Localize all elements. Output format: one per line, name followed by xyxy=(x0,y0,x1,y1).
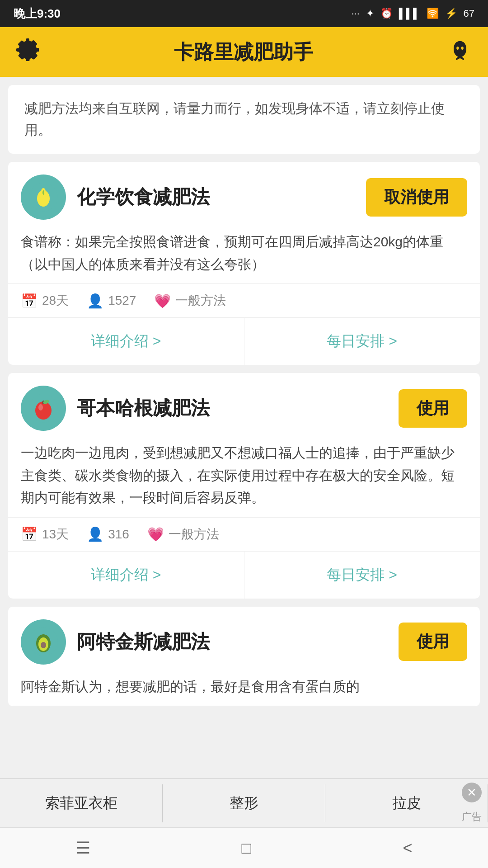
schedule-btn-chemistry[interactable]: 每日安排 > xyxy=(244,318,480,365)
status-icons: ··· ✦ ⏰ ▌▌▌ 🛜 ⚡ 67 xyxy=(351,8,474,19)
heart-icon-2: 💗 xyxy=(147,526,164,542)
calendar-icon-2: 📅 xyxy=(21,526,38,542)
wifi-icon: 🛜 xyxy=(427,8,439,19)
ad-tab-surgery[interactable]: 整形 xyxy=(163,784,325,822)
meta-users-copenhagen: 👤 316 xyxy=(87,526,129,542)
ad-tab-sofa[interactable]: 索菲亚衣柜 xyxy=(0,784,163,822)
btn-use-atkins[interactable]: 使用 xyxy=(399,623,467,661)
settings-icon[interactable] xyxy=(16,38,39,66)
bluetooth-icon: ✦ xyxy=(366,8,374,19)
diet-icon-atkins xyxy=(21,619,66,665)
svg-point-9 xyxy=(38,404,43,410)
diet-card-copenhagen: 哥本哈根减肥法 使用 一边吃肉一边甩肉，受到想减肥又不想减口福人士的追捧，由于严… xyxy=(8,373,480,599)
diet-actions-chemistry: 详细介绍 > 每日安排 > xyxy=(8,318,480,365)
nav-home-button[interactable]: □ xyxy=(224,834,270,862)
detail-btn-copenhagen[interactable]: 详细介绍 > xyxy=(8,552,244,599)
signal-icon: ▌▌▌ xyxy=(399,8,420,19)
users-icon: 👤 xyxy=(87,293,103,309)
diet-name-copenhagen: 哥本哈根减肥法 xyxy=(77,396,388,421)
status-bar: 晚上9:30 ··· ✦ ⏰ ▌▌▌ 🛜 ⚡ 67 xyxy=(0,0,488,27)
heart-icon: 💗 xyxy=(154,293,171,309)
diet-meta-copenhagen: 📅 13天 👤 316 💗 一般方法 xyxy=(8,518,480,552)
diet-name-chemistry: 化学饮食减肥法 xyxy=(77,184,355,210)
diet-desc-copenhagen: 一边吃肉一边甩肉，受到想减肥又不想减口福人士的追捧，由于严重缺少主食类、碳水类食… xyxy=(8,431,480,518)
diet-desc-atkins: 阿特金斯认为，想要减肥的话，最好是食用含有蛋白质的 xyxy=(8,665,480,707)
diet-name-atkins: 阿特金斯减肥法 xyxy=(77,629,388,655)
diet-desc-chemistry: 食谱称：如果完全按照食谱进食，预期可在四周后减掉高达20kg的体重（以中国人的体… xyxy=(8,220,480,284)
ad-banner: 索菲亚衣柜 整形 拉皮 ✕ 广告 xyxy=(0,778,488,827)
users-icon-2: 👤 xyxy=(87,526,103,542)
calendar-icon: 📅 xyxy=(21,293,38,309)
diet-meta-chemistry: 📅 28天 👤 1527 💗 一般方法 xyxy=(8,284,480,318)
bottom-nav: ☰ □ < xyxy=(0,827,488,868)
meta-level-copenhagen: 💗 一般方法 xyxy=(147,526,219,543)
ad-close-button[interactable]: ✕ xyxy=(462,783,482,802)
status-time: 晚上9:30 xyxy=(14,6,61,22)
app-title: 卡路里减肥助手 xyxy=(39,39,448,66)
ad-label: 广告 xyxy=(462,810,482,824)
meta-level-chemistry: 💗 一般方法 xyxy=(154,292,226,309)
diet-actions-copenhagen: 详细介绍 > 每日安排 > xyxy=(8,552,480,599)
diet-card-chemistry: 化学饮食减肥法 取消使用 食谱称：如果完全按照食谱进食，预期可在四周后减掉高达2… xyxy=(8,162,480,365)
dots-icon: ··· xyxy=(351,8,359,19)
diet-icon-chemistry xyxy=(21,175,66,220)
diet-icon-copenhagen xyxy=(21,386,66,431)
nav-menu-button[interactable]: ☰ xyxy=(58,834,108,862)
battery-level: 67 xyxy=(464,8,474,19)
btn-use-chemistry[interactable]: 取消使用 xyxy=(366,178,467,217)
svg-point-2 xyxy=(456,47,459,50)
app-header: 卡路里减肥助手 xyxy=(0,27,488,77)
charge-icon: ⚡ xyxy=(445,8,457,19)
qq-icon[interactable] xyxy=(448,38,472,66)
meta-days-copenhagen: 📅 13天 xyxy=(21,526,69,543)
svg-point-15 xyxy=(41,642,46,648)
btn-use-copenhagen[interactable]: 使用 xyxy=(399,389,467,428)
meta-days-chemistry: 📅 28天 xyxy=(21,292,69,309)
alarm-icon: ⏰ xyxy=(380,8,393,19)
svg-point-3 xyxy=(461,47,464,50)
disclaimer-box: 减肥方法均来自互联网，请量力而行，如发现身体不适，请立刻停止使用。 xyxy=(8,85,480,154)
diet-card-atkins: 阿特金斯减肥法 使用 阿特金斯认为，想要减肥的话，最好是食用含有蛋白质的 xyxy=(8,607,480,707)
meta-users-chemistry: 👤 1527 xyxy=(87,293,136,309)
detail-btn-chemistry[interactable]: 详细介绍 > xyxy=(8,318,244,365)
nav-back-button[interactable]: < xyxy=(385,834,430,862)
disclaimer-text: 减肥方法均来自互联网，请量力而行，如发现身体不适，请立刻停止使用。 xyxy=(24,101,445,137)
schedule-btn-copenhagen[interactable]: 每日安排 > xyxy=(244,552,480,599)
